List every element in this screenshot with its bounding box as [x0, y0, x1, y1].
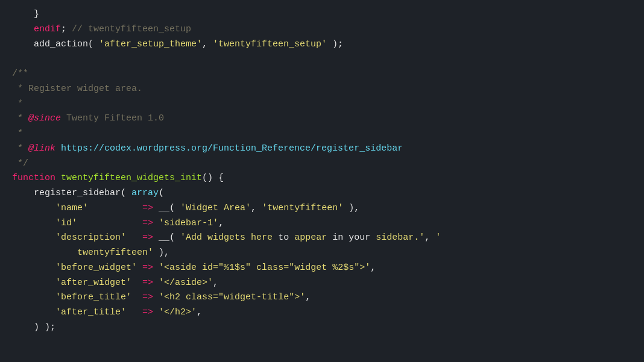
code-text: ,: [213, 276, 218, 291]
code-line: */: [12, 157, 632, 172]
code-text: ;: [61, 22, 72, 37]
code-line: function twentyfifteen_widgets_init() {: [12, 171, 632, 186]
code-text: /**: [12, 67, 28, 82]
code-text: [12, 216, 55, 231]
code-text: 'sidebar-1': [159, 216, 218, 231]
code-text: [153, 216, 159, 231]
code-text: 'twentyfifteen_setup': [213, 37, 327, 52]
code-text: [153, 290, 159, 305]
code-text: =>: [142, 261, 153, 276]
code-text: =>: [142, 276, 153, 291]
code-line: add_action( 'after_setup_theme', 'twenty…: [12, 37, 632, 52]
code-text: 'id': [55, 216, 77, 231]
code-text: [153, 305, 159, 320]
code-text: endif: [12, 22, 61, 37]
code-text: [12, 246, 77, 261]
code-line: twentyfifteen' ),: [12, 246, 632, 261]
code-line: * @since Twenty Fifteen 1.0: [12, 111, 632, 126]
code-text: =>: [142, 231, 153, 246]
code-text: ),: [153, 246, 169, 261]
code-text: 'twentyfifteen': [262, 201, 343, 216]
code-text: }: [12, 7, 39, 22]
code-text: sidebar.': [370, 231, 425, 246]
code-text: to: [278, 231, 289, 246]
code-text: [88, 201, 142, 216]
code-text: // twentyfifteen_setup: [72, 22, 191, 37]
code-text: [12, 305, 55, 320]
code-line: }: [12, 7, 632, 22]
code-text: twentyfifteen': [77, 246, 153, 261]
code-text: 'before_widget': [55, 261, 137, 276]
code-text: __(: [153, 201, 180, 216]
code-text: [12, 231, 55, 246]
code-line: 'before_widget' => '<aside id="%1$s" cla…: [12, 261, 632, 276]
code-text: ,: [218, 216, 224, 231]
code-text: *: [12, 111, 28, 126]
code-text: [77, 216, 142, 231]
code-text: register_sidebar(: [12, 186, 131, 201]
code-text: 'name': [55, 201, 88, 216]
code-text: function: [12, 171, 55, 186]
code-line: *: [12, 126, 632, 142]
code-text: =>: [142, 290, 153, 305]
code-line: /**: [12, 67, 632, 82]
code-text: '</aside>': [159, 276, 213, 291]
code-text: *: [12, 126, 23, 142]
code-text: *: [12, 97, 23, 112]
code-text: ,: [425, 231, 435, 246]
code-text: () {: [202, 171, 224, 186]
code-text: ,: [370, 261, 376, 276]
code-text: appear: [289, 231, 332, 246]
code-text: 'description': [55, 231, 126, 246]
code-line: *: [12, 97, 632, 112]
code-text: 'Add widgets here: [180, 231, 278, 246]
code-text: [153, 261, 159, 276]
code-editor: } endif; // twentyfifteen_setup add_acti…: [0, 0, 644, 362]
code-line: [12, 52, 632, 67]
code-line: 'after_title' => '</h2>',: [12, 305, 632, 320]
code-line: 'after_widget' => '</aside>',: [12, 276, 632, 291]
code-text: *: [12, 142, 28, 157]
code-text: =>: [142, 305, 153, 320]
code-text: [55, 142, 61, 157]
code-text: [137, 261, 142, 276]
code-text: ),: [343, 201, 359, 216]
code-line: * @link https://codex.wordpress.org/Func…: [12, 142, 632, 157]
code-line: ) );: [12, 320, 632, 335]
code-text: Twenty Fifteen 1.0: [61, 111, 164, 126]
code-text: ) );: [12, 320, 55, 335]
code-text: [131, 276, 142, 291]
code-text: twentyfifteen_widgets_init: [61, 171, 202, 186]
code-text: );: [327, 37, 343, 52]
code-text: */: [12, 157, 28, 172]
code-text: @since: [28, 111, 61, 126]
code-text: [12, 201, 55, 216]
code-text: [12, 261, 55, 276]
code-text: [12, 276, 55, 291]
code-text: =>: [142, 201, 153, 216]
code-text: ,: [202, 37, 213, 52]
code-text: [126, 305, 142, 320]
code-line: 'description' => __( 'Add widgets here t…: [12, 231, 632, 246]
code-text: ,: [251, 201, 262, 216]
code-line: 'name' => __( 'Widget Area', 'twentyfift…: [12, 201, 632, 216]
code-text: (: [159, 186, 164, 201]
code-text: 'Widget Area': [180, 201, 251, 216]
code-text: __(: [153, 231, 180, 246]
code-text: [12, 52, 17, 67]
code-text: ': [435, 231, 441, 246]
code-text: 'after_setup_theme': [99, 37, 202, 52]
code-line: 'id' => 'sidebar-1',: [12, 216, 632, 231]
code-text: in your: [332, 231, 370, 246]
code-text: 'before_title': [55, 290, 131, 305]
code-text: [153, 276, 159, 291]
code-line: endif; // twentyfifteen_setup: [12, 22, 632, 37]
code-text: https://codex.wordpress.org/Function_Ref…: [61, 142, 403, 157]
code-text: 'after_title': [55, 305, 126, 320]
code-text: [126, 231, 142, 246]
code-text: @link: [28, 142, 55, 157]
code-text: array: [131, 186, 159, 201]
code-text: add_action(: [12, 37, 99, 52]
code-text: [12, 290, 55, 305]
code-text: '<aside id="%1$s" class="widget %2$s">': [159, 261, 370, 276]
